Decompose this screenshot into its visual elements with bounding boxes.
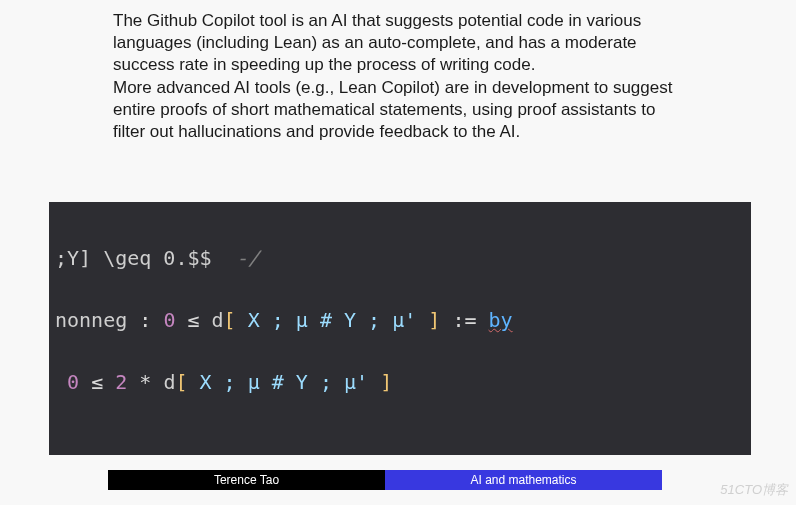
slide: The Github Copilot tool is an AI that su… (0, 0, 796, 505)
watermark: 51CTO博客 (720, 481, 788, 499)
footer-author: Terence Tao (108, 470, 385, 490)
slide-text: The Github Copilot tool is an AI that su… (113, 10, 683, 145)
code-editor: ;Y] \geq 0.$$ -/ nonneg : 0 ≤ d[ X ; µ #… (49, 202, 751, 455)
code-line-3: 0 ≤ 2 * d[ X ; µ # Y ; µ' ] (55, 367, 751, 398)
paragraph-1: The Github Copilot tool is an AI that su… (113, 10, 683, 75)
paragraph-2: More advanced AI tools (e.g., Lean Copil… (113, 77, 683, 142)
code-line-4 (55, 429, 751, 455)
code-line-2: nonneg : 0 ≤ d[ X ; µ # Y ; µ' ] := by (55, 305, 751, 336)
code-line-1: ;Y] \geq 0.$$ -/ (55, 243, 751, 274)
keyword-by: by (489, 308, 513, 332)
footer-bar: Terence Tao AI and mathematics (108, 470, 662, 490)
footer-title: AI and mathematics (385, 470, 662, 490)
